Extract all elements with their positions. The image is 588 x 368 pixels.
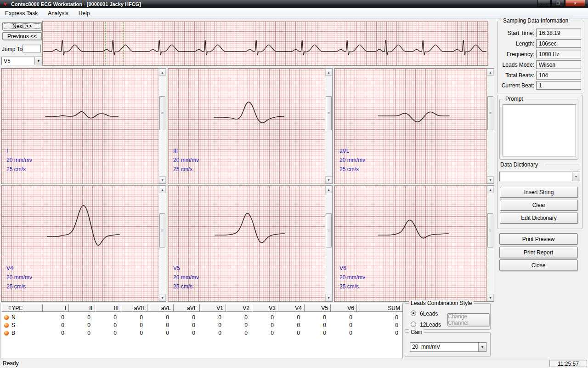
chevron-down-icon[interactable]: ▼ bbox=[572, 172, 580, 181]
col-avf[interactable]: aVF bbox=[174, 304, 200, 312]
col-avl[interactable]: aVL bbox=[147, 304, 174, 312]
scroll-up-icon[interactable]: ▲ bbox=[325, 186, 332, 193]
close-window-button[interactable]: ✕ bbox=[565, 0, 585, 7]
close-button[interactable]: Close bbox=[499, 259, 577, 271]
cell: 0 bbox=[252, 330, 278, 336]
panel-scrollbar[interactable]: ▲ ≡ ▼ bbox=[325, 186, 332, 301]
edit-dictionary-button[interactable]: Edit Dictionary bbox=[500, 213, 578, 224]
menu-express-task[interactable]: Express Task bbox=[0, 9, 43, 18]
col-i[interactable]: I bbox=[43, 304, 69, 312]
scrollbar-thumb[interactable]: ≡ bbox=[159, 213, 165, 247]
panel-scrollbar[interactable]: ▲ ≡ ▼ bbox=[325, 69, 332, 184]
col-avr[interactable]: aVR bbox=[121, 304, 147, 312]
menu-analysis[interactable]: Analysis bbox=[43, 9, 74, 18]
minimize-button[interactable]: — bbox=[537, 0, 551, 7]
scroll-down-icon[interactable]: ▼ bbox=[159, 294, 166, 301]
col-iii[interactable]: III bbox=[95, 304, 121, 312]
prompt-group: Prompt bbox=[499, 99, 578, 160]
scroll-down-icon[interactable]: ▼ bbox=[325, 176, 332, 184]
scroll-down-icon[interactable]: ▼ bbox=[487, 294, 494, 301]
col-v6[interactable]: V6 bbox=[331, 304, 357, 312]
cell: 0 bbox=[43, 322, 69, 328]
panel-scrollbar[interactable]: ▲ ≡ ▼ bbox=[158, 69, 166, 184]
change-channel-button[interactable]: Change Channel bbox=[447, 313, 489, 326]
status-clock: 11:25:57 bbox=[549, 360, 587, 367]
scroll-down-icon[interactable]: ▼ bbox=[325, 294, 332, 301]
col-v4[interactable]: V4 bbox=[278, 304, 305, 312]
ecg-panel-avl: aVL 20 mm/mv 25 cm/s ▲ ≡ ▼ bbox=[334, 68, 494, 184]
scrollbar-thumb[interactable]: ≡ bbox=[487, 213, 493, 247]
next-button[interactable]: Next >> bbox=[2, 22, 42, 30]
frequency-label: Frequency: bbox=[498, 51, 534, 58]
scrollbar-thumb[interactable]: ≡ bbox=[326, 213, 332, 247]
ecg-panel-v5: V5 20 mm/mv 25 cm/s ▲ ≡ ▼ bbox=[168, 185, 333, 302]
speed-label: 25 cm/s bbox=[6, 283, 26, 290]
cell: 0 bbox=[305, 330, 331, 336]
cell: 0 bbox=[357, 322, 403, 328]
panel-scrollbar[interactable]: ▲ ≡ ▼ bbox=[486, 186, 494, 301]
col-v2[interactable]: V2 bbox=[226, 304, 252, 312]
scroll-up-icon[interactable]: ▲ bbox=[487, 69, 494, 76]
col-ii[interactable]: II bbox=[69, 304, 95, 312]
lead-select-combo[interactable]: V5 ▼ bbox=[1, 57, 43, 65]
radio-12leads-label[interactable]: 12Leads bbox=[420, 322, 441, 328]
cell: 0 bbox=[200, 322, 226, 328]
cell: 0 bbox=[95, 322, 121, 328]
scroll-up-icon[interactable]: ▲ bbox=[159, 69, 166, 76]
table-row-n[interactable]: N 0 0 0 0 0 0 0 0 0 0 0 0 0 bbox=[1, 313, 403, 321]
gain-title: Gain bbox=[409, 329, 424, 335]
scroll-up-icon[interactable]: ▲ bbox=[487, 186, 494, 193]
insert-string-button[interactable]: Insert String bbox=[500, 187, 578, 198]
data-dictionary-combo[interactable]: ▼ bbox=[499, 172, 580, 181]
leads-mode-value: Wilson bbox=[536, 60, 581, 69]
scrollbar-thumb[interactable]: ≡ bbox=[487, 96, 493, 130]
clear-button[interactable]: Clear bbox=[500, 200, 578, 211]
panel-scrollbar[interactable]: ▲ ≡ ▼ bbox=[486, 69, 494, 184]
current-beat-label: Current Beat: bbox=[498, 82, 534, 89]
menu-help[interactable]: Help bbox=[74, 9, 95, 18]
col-v5[interactable]: V5 bbox=[305, 304, 331, 312]
speed-label: 25 cm/s bbox=[173, 166, 192, 172]
cell: 0 bbox=[43, 330, 69, 336]
window-title: Contec8000 ECG Workstation - [0000001 Ja… bbox=[11, 1, 141, 7]
chevron-down-icon[interactable]: ▼ bbox=[478, 343, 486, 351]
panel-scrollbar[interactable]: ▲ ≡ ▼ bbox=[158, 186, 166, 301]
chevron-down-icon[interactable]: ▼ bbox=[34, 57, 42, 65]
scrollbar-thumb[interactable]: ≡ bbox=[159, 96, 165, 130]
col-v1[interactable]: V1 bbox=[200, 304, 226, 312]
scroll-down-icon[interactable]: ▼ bbox=[487, 176, 494, 184]
scroll-up-icon[interactable]: ▲ bbox=[325, 69, 332, 76]
beat-table: TYPE I II III aVR aVL aVF V1 V2 V3 V4 V5… bbox=[0, 303, 403, 358]
prompt-textarea[interactable] bbox=[503, 104, 576, 156]
table-row-b[interactable]: B 0 0 0 0 0 0 0 0 0 0 0 0 0 bbox=[1, 329, 403, 337]
ecg-grid: I 20 mm/mv 25 cm/s bbox=[1, 69, 158, 184]
statusbar: Ready 11:25:57 bbox=[0, 359, 588, 368]
speed-label: 25 cm/s bbox=[339, 283, 359, 290]
col-sum[interactable]: SUM bbox=[357, 304, 403, 312]
restore-button[interactable]: ❐ bbox=[551, 0, 565, 7]
scroll-down-icon[interactable]: ▼ bbox=[159, 176, 166, 184]
cell: 0 bbox=[43, 314, 69, 321]
radio-12leads[interactable] bbox=[411, 322, 416, 327]
lead-name-label: V4 bbox=[6, 265, 13, 271]
col-type[interactable]: TYPE bbox=[1, 304, 43, 312]
table-row-s[interactable]: S 0 0 0 0 0 0 0 0 0 0 0 0 0 bbox=[1, 321, 403, 329]
length-value: 106sec bbox=[536, 39, 581, 48]
rhythm-strip[interactable] bbox=[42, 21, 488, 66]
previous-button[interactable]: Previous << bbox=[2, 32, 42, 40]
speed-label: 25 cm/s bbox=[6, 166, 26, 172]
jump-to-input[interactable] bbox=[23, 45, 41, 52]
cell: 0 bbox=[147, 322, 174, 328]
scroll-up-icon[interactable]: ▲ bbox=[159, 186, 166, 193]
print-report-button[interactable]: Print Report bbox=[499, 247, 577, 258]
ecg-grid: aVL 20 mm/mv 25 cm/s bbox=[334, 69, 486, 184]
radio-6leads-label[interactable]: 6Leads bbox=[420, 310, 438, 317]
leads-combination-title: Leads Combination Style bbox=[409, 300, 474, 306]
print-preview-button[interactable]: Print Preview bbox=[499, 233, 577, 245]
radio-6leads[interactable] bbox=[411, 310, 416, 316]
gain-combo[interactable]: 20 mm/mV ▼ bbox=[410, 342, 486, 352]
cell: 0 bbox=[278, 322, 305, 328]
col-v3[interactable]: V3 bbox=[252, 304, 278, 312]
cell: 0 bbox=[95, 314, 121, 321]
scrollbar-thumb[interactable]: ≡ bbox=[326, 96, 332, 130]
